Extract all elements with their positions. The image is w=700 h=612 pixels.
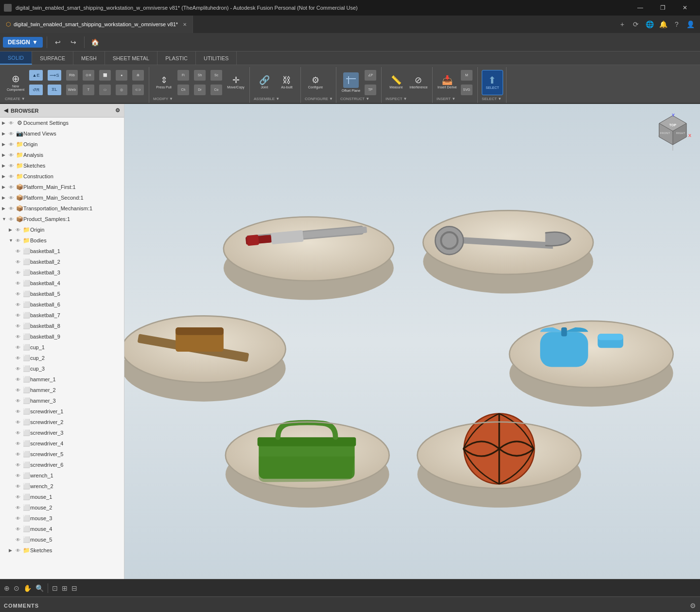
- sweep-tool[interactable]: ⟿S: [46, 68, 63, 82]
- visibility-icon[interactable]: 👁: [16, 527, 22, 532]
- scale-tool[interactable]: Sc: [209, 68, 224, 82]
- notifications-button[interactable]: 🔔: [657, 18, 669, 30]
- body-mouse-5[interactable]: 👁⬜mouse_5: [0, 534, 124, 545]
- visibility-icon[interactable]: 👁: [16, 291, 22, 297]
- body-cup-1[interactable]: 👁⬜cup_1: [0, 342, 124, 353]
- browser-item-analysis[interactable]: ▶ 👁 📁 Analysis: [0, 150, 124, 160]
- interference-tool[interactable]: ⊘ Interference: [408, 70, 429, 95]
- visibility-icon[interactable]: 👁: [16, 409, 22, 414]
- offset-plane-tool[interactable]: Offset Plane: [340, 70, 362, 95]
- body-wrench-2[interactable]: 👁⬜wrench_2: [0, 481, 124, 492]
- body-basketball-7[interactable]: 👁⬜basketball_7: [0, 310, 124, 321]
- visibility-icon[interactable]: 👁: [16, 366, 22, 372]
- visibility-icon[interactable]: 👁: [16, 334, 22, 340]
- insert-derive-tool[interactable]: 📥 Insert Derive: [437, 70, 458, 95]
- joint-tool[interactable]: 🔗 Joint: [254, 70, 275, 95]
- assemble-label[interactable]: ASSEMBLE ▼: [254, 97, 298, 102]
- body-screwdriver-1[interactable]: 👁⬜screwdriver_1: [0, 406, 124, 417]
- select-tool[interactable]: ⬆ SELECT: [482, 70, 503, 95]
- visibility-icon[interactable]: 👁: [16, 505, 22, 510]
- tangent-plane-tool[interactable]: TP: [363, 83, 378, 97]
- browser-button[interactable]: 🌐: [644, 18, 655, 30]
- visibility-icon[interactable]: 👁: [16, 516, 22, 521]
- hole-tool[interactable]: ⊙H: [81, 68, 96, 82]
- visibility-icon[interactable]: 👁: [16, 430, 22, 436]
- look-icon[interactable]: ⊙: [14, 584, 19, 592]
- browser-item-ps-origin[interactable]: ▶ 👁 📁 Origin: [0, 224, 124, 235]
- tab-utilities[interactable]: UTILITIES: [196, 51, 237, 65]
- body-cup-2[interactable]: 👁⬜cup_2: [0, 353, 124, 363]
- visibility-icon[interactable]: 👁: [16, 462, 22, 468]
- web-tool[interactable]: Web: [64, 83, 80, 97]
- display-settings-icon[interactable]: ⊟: [71, 584, 77, 592]
- rib-tool[interactable]: Rib: [64, 68, 80, 82]
- viewport-3d[interactable]: TOP RIGHT FRONT X Y: [124, 104, 700, 579]
- visibility-icon[interactable]: 👁: [9, 163, 16, 169]
- new-tab-button[interactable]: +: [616, 18, 628, 30]
- configure-label[interactable]: CONFIGURE ▼: [305, 97, 333, 102]
- visibility-icon[interactable]: 👁: [16, 388, 22, 393]
- browser-settings-icon[interactable]: ⚙: [115, 107, 120, 114]
- fit-view-icon[interactable]: ⊡: [52, 584, 58, 592]
- visibility-icon[interactable]: 👁: [16, 537, 22, 543]
- browser-item-origin[interactable]: ▶ 👁 📁 Origin: [0, 139, 124, 150]
- visibility-icon[interactable]: 👁: [16, 323, 22, 329]
- visibility-icon[interactable]: 👁: [9, 131, 16, 136]
- body-basketball-5[interactable]: 👁⬜basketball_5: [0, 289, 124, 299]
- visibility-icon[interactable]: 👁: [16, 377, 22, 382]
- maximize-button[interactable]: ❐: [651, 0, 674, 16]
- visibility-icon[interactable]: 👁: [16, 548, 22, 553]
- tab-plastic[interactable]: PLASTIC: [158, 51, 196, 65]
- body-mouse-2[interactable]: 👁⬜mouse_2: [0, 502, 124, 513]
- visibility-icon[interactable]: 👁: [16, 473, 22, 478]
- revolve-tool[interactable]: ↺R: [27, 83, 45, 97]
- visibility-icon[interactable]: 👁: [16, 420, 22, 425]
- coil-tool[interactable]: ⋒: [130, 68, 146, 82]
- body-screwdriver-6[interactable]: 👁⬜screwdriver_6: [0, 459, 124, 470]
- visibility-icon[interactable]: 👁: [16, 345, 22, 350]
- box-tool[interactable]: ⬜: [97, 68, 113, 82]
- body-mouse-3[interactable]: 👁⬜mouse_3: [0, 513, 124, 524]
- as-built-joint-tool[interactable]: ⛓ As-built: [276, 70, 298, 95]
- visibility-icon[interactable]: 👁: [9, 120, 16, 126]
- browser-item-platform-main-second[interactable]: ▶ 👁 📦 Platform_Main_Second:1: [0, 192, 124, 203]
- body-hammer-3[interactable]: 👁⬜hammer_3: [0, 395, 124, 406]
- browser-item-document-settings[interactable]: ▶ 👁 ⚙ Document Settings: [0, 118, 124, 128]
- press-pull-tool[interactable]: ⇕ Press Pull: [153, 70, 175, 95]
- body-basketball-4[interactable]: 👁⬜basketball_4: [0, 278, 124, 289]
- body-screwdriver-4[interactable]: 👁⬜screwdriver_4: [0, 438, 124, 449]
- visibility-icon[interactable]: 👁: [16, 238, 22, 243]
- tab-surface[interactable]: SURFACE: [32, 51, 73, 65]
- body-screwdriver-3[interactable]: 👁⬜screwdriver_3: [0, 427, 124, 438]
- create-label[interactable]: CREATE ▼: [5, 97, 146, 102]
- help-button[interactable]: ?: [671, 18, 682, 30]
- browser-item-transportation[interactable]: ▶ 👁 📦 Transportation_Mechanism:1: [0, 203, 124, 214]
- body-mouse-1[interactable]: 👁⬜mouse_1: [0, 492, 124, 502]
- cylinder-tool[interactable]: ⬭: [97, 83, 113, 97]
- insert-svg-tool[interactable]: SVG: [459, 83, 474, 97]
- browser-item-named-views[interactable]: ▶ 👁 📷 Named Views: [0, 128, 124, 139]
- combine-tool[interactable]: Co: [209, 83, 224, 97]
- pan-icon[interactable]: ✋: [23, 584, 32, 592]
- visibility-icon[interactable]: 👁: [16, 302, 22, 307]
- body-screwdriver-5[interactable]: 👁⬜screwdriver_5: [0, 449, 124, 459]
- close-button[interactable]: ✕: [674, 0, 696, 16]
- chamfer-tool[interactable]: Ch: [175, 83, 191, 97]
- grid-icon[interactable]: ⊞: [62, 584, 68, 592]
- shell-tool[interactable]: Sh: [192, 68, 208, 82]
- select-label[interactable]: SELECT ▼: [482, 97, 503, 102]
- visibility-icon[interactable]: 👁: [9, 206, 16, 211]
- body-basketball-1[interactable]: 👁⬜basketball_1: [0, 246, 124, 256]
- visibility-icon[interactable]: 👁: [9, 174, 16, 179]
- tab-solid[interactable]: SOLID: [0, 51, 32, 65]
- visibility-icon[interactable]: 👁: [16, 494, 22, 500]
- redo-button[interactable]: ↪: [67, 35, 80, 49]
- visibility-icon[interactable]: 👁: [9, 153, 16, 158]
- visibility-icon[interactable]: 👁: [16, 270, 22, 275]
- torus-tool[interactable]: ◎: [114, 83, 129, 97]
- body-basketball-8[interactable]: 👁⬜basketball_8: [0, 321, 124, 331]
- browser-item-platform-main-first[interactable]: ▶ 👁 📦 Platform_Main_First:1: [0, 182, 124, 192]
- refresh-button[interactable]: ⟳: [630, 18, 642, 30]
- active-tab[interactable]: ⬡ digital_twin_enabled_smart_shipping_wo…: [0, 16, 193, 33]
- visibility-icon[interactable]: 👁: [16, 356, 22, 361]
